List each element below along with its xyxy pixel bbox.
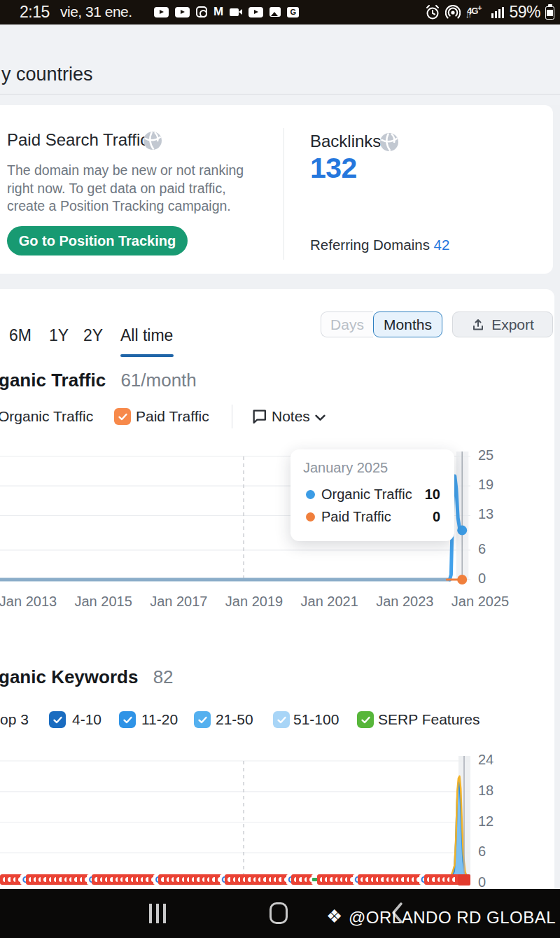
organic-traffic-heading: ganic Traffic 61/month — [0, 370, 197, 391]
divider — [0, 94, 560, 94]
card-divider — [284, 128, 284, 260]
x-tick-label: Jan 2013 — [0, 594, 66, 610]
toggle-days[interactable]: Days — [321, 312, 373, 337]
organic-traffic-rate: 61/month — [120, 370, 196, 391]
tooltip-organic-label: Organic Traffic — [321, 486, 412, 503]
tooltip-paid-label: Paid Traffic — [321, 508, 391, 525]
tab-all-time[interactable]: All time — [120, 326, 173, 345]
y-tick-label: 19 — [478, 477, 493, 493]
red-square-icon — [458, 874, 470, 886]
serp-favicon-strip: GGGGGGG — [0, 874, 473, 886]
watermark-diamond-icon: ❖ — [326, 906, 342, 927]
y-tick-label: 13 — [478, 506, 493, 522]
tooltip-organic-value: 10 — [425, 486, 440, 503]
globe-icon — [379, 132, 399, 152]
filter-serp-features[interactable]: SERP Features — [378, 711, 480, 728]
play-icon — [175, 7, 190, 18]
paid-search-traffic-title: Paid Search Traffic — [7, 130, 148, 150]
granularity-toggle: Days Months — [321, 312, 442, 337]
legend-paid-traffic[interactable]: Paid Traffic — [136, 408, 209, 425]
filter-serp-features-checkbox[interactable] — [357, 711, 374, 728]
phone-screen: 2:15 vie, 31 ene. M G 4G+ ↓↑ 59% y count… — [0, 0, 560, 938]
referring-domains-value[interactable]: 42 — [434, 237, 450, 253]
filter-4-10[interactable]: 4-10 — [72, 711, 102, 728]
play-icon — [248, 7, 263, 18]
filter-51-100-checkbox[interactable] — [273, 711, 290, 728]
alarm-icon — [425, 4, 440, 20]
backlinks-title: Backlinks — [310, 132, 381, 151]
divider — [232, 405, 232, 428]
home-icon[interactable] — [270, 902, 288, 924]
hotspot-icon — [445, 4, 461, 20]
youtube-icon — [154, 7, 169, 18]
translate-icon: G — [287, 7, 299, 18]
filter-21-50[interactable]: 21-50 — [216, 711, 253, 728]
filter-51-100[interactable]: 51-100 — [293, 711, 339, 728]
export-button[interactable]: Export — [452, 312, 553, 337]
tooltip-paid-value: 0 — [433, 508, 440, 525]
paid-search-description: The domain may be new or not ranking rig… — [7, 162, 266, 216]
referring-domains: Referring Domains 42 — [310, 237, 449, 253]
summary-cards-section: Paid Search Traffic The domain may be ne… — [0, 105, 560, 274]
chevron-down-icon[interactable] — [315, 414, 326, 421]
keywords-chart-plot[interactable] — [0, 756, 473, 890]
organic-keywords-heading: ganic Keywords 82 — [0, 666, 174, 688]
legend-organic-traffic[interactable]: Organic Traffic — [0, 408, 93, 425]
filter-11-20-checkbox[interactable] — [119, 711, 136, 728]
y-tick-label: 24 — [478, 752, 493, 768]
x-tick-label: Jan 2017 — [140, 594, 217, 610]
y-tick-label: 6 — [478, 541, 486, 557]
traffic-analytics-section: 6M 1Y 2Y All time Days Months Export gan… — [0, 289, 560, 938]
organic-traffic-chart[interactable]: 25191360 Jan 2013Jan 2015Jan 2017Jan 201… — [0, 451, 532, 623]
organic-keywords-count: 82 — [153, 666, 174, 687]
y-tick-label: 25 — [478, 447, 493, 463]
network-4g-icon: 4G+ ↓↑ — [465, 4, 486, 20]
tooltip-date: January 2025 — [303, 460, 388, 476]
filter-4-10-checkbox[interactable] — [49, 711, 66, 728]
tab-2y[interactable]: 2Y — [83, 326, 103, 345]
battery-icon — [545, 4, 554, 20]
x-tick-label: Jan 2021 — [291, 594, 368, 610]
y-tick-label: 18 — [478, 783, 493, 799]
go-to-position-tracking-button[interactable]: Go to Position Tracking — [7, 226, 188, 255]
filter-top3[interactable]: op 3 — [0, 711, 29, 728]
y-tick-label: 0 — [478, 874, 486, 890]
page-title: y countries — [1, 64, 93, 85]
status-icons: 4G+ ↓↑ 59% — [425, 2, 554, 22]
backlinks-value[interactable]: 132 — [310, 152, 357, 185]
instagram-icon — [196, 6, 207, 18]
battery-percent: 59% — [509, 3, 540, 22]
notification-icons: M G — [154, 5, 299, 19]
y-tick-label: 0 — [478, 570, 486, 587]
x-tick-label: Jan 2019 — [216, 594, 293, 610]
export-icon — [471, 318, 485, 332]
watermark-text: @ORLANDO RD GLOBAL — [349, 908, 556, 927]
x-tick-label: Jan 2023 — [366, 594, 443, 610]
paid-traffic-checkbox[interactable] — [114, 408, 131, 425]
tab-1y[interactable]: 1Y — [49, 326, 69, 345]
gmail-icon: M — [214, 6, 223, 18]
tab-6m[interactable]: 6M — [9, 326, 31, 345]
notes-icon — [251, 407, 268, 425]
signal-bars-icon — [491, 6, 505, 18]
organic-traffic-dot-icon — [306, 490, 315, 499]
toggle-months[interactable]: Months — [373, 312, 442, 337]
y-tick-label: 6 — [478, 844, 486, 860]
paid-traffic-dot-icon — [306, 512, 315, 522]
notes-label[interactable]: Notes — [272, 408, 310, 425]
page-header: y countries — [0, 24, 560, 105]
y-tick-label: 12 — [478, 813, 493, 830]
x-tick-label: Jan 2015 — [65, 594, 142, 610]
filter-21-50-checkbox[interactable] — [194, 711, 211, 728]
video-camera-icon — [230, 8, 239, 16]
referring-domains-label: Referring Domains — [310, 237, 430, 253]
recents-icon[interactable] — [149, 904, 166, 923]
organic-keywords-chart[interactable]: 24181260 GGGGGGG — [0, 756, 532, 896]
filter-11-20[interactable]: 11-20 — [141, 711, 178, 728]
active-tab-underline — [120, 354, 174, 357]
photos-icon — [270, 7, 281, 17]
globe-icon — [143, 131, 162, 150]
export-label: Export — [491, 316, 534, 333]
clock: 2:15 — [20, 3, 50, 22]
x-tick-label: Jan 2025 — [442, 594, 519, 610]
